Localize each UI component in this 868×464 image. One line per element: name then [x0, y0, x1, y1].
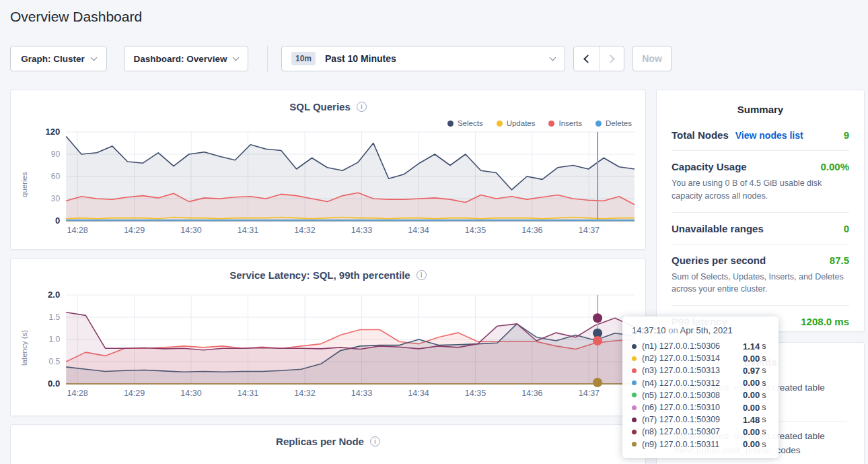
node-color-dot-icon [632, 380, 637, 385]
info-icon[interactable] [417, 270, 427, 280]
chart-title-service-latency: Service Latency: SQL, 99th percentile [229, 269, 410, 281]
svg-text:90: 90 [51, 150, 61, 159]
dashboard-dropdown-label: Dashboard: Overview [134, 54, 227, 64]
replicas-per-node-chart-card: Replicas per Node [10, 424, 646, 464]
summary-value: 87.5 [830, 255, 849, 266]
time-next-button[interactable] [599, 46, 624, 71]
time-range-badge: 10m [291, 52, 316, 65]
page-title: Overview Dashboard [10, 9, 142, 25]
node-address: (n9) 127.0.0.1:50311 [642, 440, 743, 449]
node-color-dot-icon [632, 368, 637, 373]
sql-queries-chart[interactable]: 14:2814:2914:3014:3114:3214:3314:3414:35… [31, 127, 639, 242]
node-address: (n5) 127.0.0.1:50308 [642, 391, 743, 400]
chevron-left-icon [583, 55, 592, 63]
node-latency-unit: s [762, 427, 766, 436]
node-address: (n4) 127.0.0.1:50312 [642, 378, 743, 388]
node-address: (n7) 127.0.0.1:50309 [642, 415, 743, 424]
svg-text:14:32: 14:32 [294, 226, 315, 235]
tooltip-node-row: (n5) 127.0.0.1:503080.00s [632, 389, 769, 401]
dashboard-dropdown[interactable]: Dashboard: Overview [124, 46, 248, 71]
node-address: (n1) 127.0.0.1:50306 [642, 341, 743, 351]
svg-text:14:33: 14:33 [351, 389, 372, 398]
node-color-dot-icon [632, 405, 637, 410]
node-address: (n6) 127.0.0.1:50310 [642, 403, 743, 412]
node-color-dot-icon [632, 344, 637, 349]
chart-title-sql-queries: SQL Queries [289, 101, 351, 112]
tooltip-date: Apr 5th, 2021 [680, 325, 733, 335]
summary-value: 1208.0 ms [801, 316, 849, 327]
svg-text:14:28: 14:28 [67, 389, 87, 398]
svg-text:60: 60 [51, 172, 61, 181]
node-latency-value: 0.00 [743, 439, 760, 449]
node-latency-unit: s [762, 366, 766, 375]
graph-dropdown-label: Graph: Cluster [21, 54, 85, 64]
summary-title: Summary [657, 90, 864, 115]
time-range-dropdown[interactable]: 10m Past 10 Minutes [281, 46, 565, 71]
y-axis-label: queries [20, 127, 31, 242]
tooltip-on-word: on [668, 325, 678, 335]
svg-text:14:33: 14:33 [351, 226, 372, 235]
chart-hover-tooltip: 14:37:10 on Apr 5th, 2021 (n1) 127.0.0.1… [622, 317, 779, 458]
view-nodes-list-link[interactable]: View nodes list [735, 130, 803, 141]
node-latency-value: 1.14 [743, 341, 760, 352]
legend-dot-icon [497, 121, 503, 127]
summary-row-queries-per-second: Queries per second 87.5 Sum of Selects, … [672, 244, 849, 306]
chevron-down-icon [233, 54, 240, 61]
summary-subtext: You are using 0 B of 4.5 GiB usable disk… [672, 177, 849, 203]
svg-text:14:32: 14:32 [294, 389, 315, 398]
summary-label: Total Nodes [672, 129, 729, 141]
node-latency-unit: s [762, 415, 766, 424]
node-latency-unit: s [762, 378, 766, 388]
svg-text:14:30: 14:30 [180, 389, 201, 398]
tooltip-node-row: (n3) 127.0.0.1:503130.97s [632, 364, 769, 376]
time-prev-button[interactable] [574, 46, 599, 71]
toolbar-divider [267, 46, 268, 71]
y-axis-label: latency (s) [20, 290, 31, 405]
svg-text:14:28: 14:28 [67, 226, 87, 235]
node-latency-value: 1.48 [743, 415, 760, 425]
svg-text:14:31: 14:31 [238, 389, 258, 398]
tooltip-header: 14:37:10 on Apr 5th, 2021 [632, 325, 769, 335]
chevron-down-icon [550, 54, 556, 61]
node-latency-unit: s [762, 341, 766, 351]
chevron-down-icon [90, 54, 97, 61]
time-range-label: Past 10 Minutes [325, 53, 396, 64]
info-icon[interactable] [370, 436, 380, 446]
chart-title-replicas-per-node: Replicas per Node [276, 436, 364, 447]
legend-dot-icon [447, 121, 454, 127]
info-icon[interactable] [357, 102, 367, 112]
svg-text:14:29: 14:29 [124, 226, 145, 235]
node-latency-unit: s [762, 403, 766, 412]
svg-text:14:36: 14:36 [521, 226, 542, 235]
summary-value: 0 [844, 223, 849, 234]
node-color-dot-icon [632, 442, 637, 446]
summary-label: Queries per second [672, 255, 766, 266]
svg-text:14:35: 14:35 [465, 389, 486, 398]
svg-text:1.0: 1.0 [48, 335, 60, 344]
node-address: (n3) 127.0.0.1:50313 [642, 366, 743, 375]
node-address: (n2) 127.0.0.1:50314 [642, 354, 743, 363]
tooltip-node-row: (n2) 127.0.0.1:503140.00s [632, 352, 769, 364]
time-nav-group [573, 46, 624, 71]
summary-row-total-nodes: Total Nodes View nodes list 9 [672, 119, 849, 150]
node-latency-value: 0.97 [743, 366, 760, 376]
node-color-dot-icon [632, 393, 637, 397]
service-latency-chart[interactable]: 14:2814:2914:3014:3114:3214:3314:3414:35… [31, 290, 639, 405]
node-latency-value: 0.00 [743, 354, 760, 364]
summary-label: Unavailable ranges [672, 223, 764, 234]
summary-row-capacity-usage: Capacity Usage 0.00% You are using 0 B o… [672, 150, 849, 212]
tooltip-node-row: (n7) 127.0.0.1:503091.48s [632, 413, 769, 426]
summary-row-unavailable-ranges: Unavailable ranges 0 [672, 212, 849, 244]
node-color-dot-icon [632, 418, 637, 422]
svg-text:0: 0 [55, 216, 60, 226]
svg-text:14:31: 14:31 [238, 226, 258, 235]
node-latency-value: 0.00 [743, 378, 760, 388]
legend-dot-icon [548, 121, 554, 127]
graph-dropdown[interactable]: Graph: Cluster [10, 46, 107, 71]
now-button[interactable]: Now [632, 46, 672, 71]
tooltip-time: 14:37:10 [632, 325, 666, 335]
node-latency-value: 0.00 [743, 390, 760, 400]
svg-text:14:29: 14:29 [124, 389, 145, 398]
svg-text:0.0: 0.0 [48, 378, 60, 389]
sql-queries-chart-card: SQL Queries SelectsUpdatesInsertsDeletes… [10, 90, 646, 250]
